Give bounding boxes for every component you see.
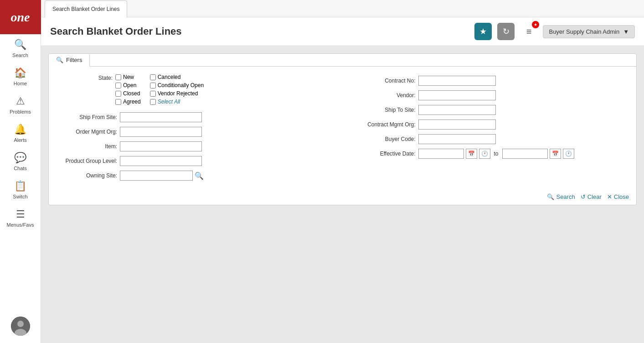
checkbox-canceled-label: Canceled [158, 74, 181, 80]
checkbox-canceled[interactable]: Canceled [150, 74, 204, 80]
close-action-label: Close [614, 193, 629, 200]
refresh-button[interactable]: ↻ [497, 23, 515, 40]
sidebar-item-avatar[interactable] [0, 312, 41, 343]
checkbox-closed-label: Closed [123, 90, 140, 97]
checkbox-col-left: New Open Closed [115, 74, 141, 105]
ship-from-site-label: Ship From Site: [58, 114, 117, 120]
vendor-label: Vendor: [352, 92, 416, 99]
checkbox-select-all-input[interactable] [150, 99, 156, 105]
sidebar-item-problems[interactable]: ⚠ Problems [0, 91, 41, 119]
effective-date-from-time-button[interactable]: 🕐 [479, 149, 490, 159]
warning-icon: ⚠ [16, 95, 25, 107]
filter-icon: 🔍 [56, 57, 63, 63]
checkbox-conditionally-open-input[interactable] [150, 83, 156, 88]
clear-action-link[interactable]: ↺ Clear [581, 193, 602, 200]
sidebar-item-search[interactable]: 🔍 Search [0, 34, 41, 62]
favorite-button[interactable]: ★ [474, 23, 492, 40]
contract-mgmt-org-row: Contract Mgmt Org: [352, 119, 628, 130]
item-input[interactable] [120, 141, 202, 151]
checkbox-new-input[interactable] [115, 74, 121, 80]
ship-to-site-input[interactable] [418, 105, 496, 115]
ship-to-site-label: Ship To Site: [352, 107, 416, 113]
order-mgmt-org-input[interactable] [120, 127, 202, 137]
checkbox-agreed[interactable]: Agreed [115, 99, 141, 105]
buyer-code-input[interactable] [418, 134, 496, 144]
ship-to-site-row: Ship To Site: [352, 104, 628, 116]
filter-tab-filters[interactable]: 🔍 Filters [49, 54, 90, 67]
clear-action-icon: ↺ [581, 193, 586, 200]
contract-no-input[interactable] [418, 76, 496, 86]
item-label: Item: [58, 143, 117, 150]
filter-grid: State: New Open [58, 74, 627, 182]
contract-mgmt-org-input[interactable] [418, 120, 496, 130]
checkbox-new[interactable]: New [115, 74, 141, 80]
checkbox-agreed-input[interactable] [115, 99, 121, 105]
chat-icon: 💬 [14, 152, 26, 164]
buyer-code-label: Buyer Code: [352, 136, 416, 142]
user-name: Buyer Supply Chain Admin [549, 28, 619, 35]
bell-icon: 🔔 [14, 124, 26, 135]
notification-badge: ★ [532, 21, 539, 28]
page-header: Search Blanket Order Lines ★ ↻ ≡ ★ Buyer… [41, 17, 644, 46]
checkbox-conditionally-open[interactable]: Conditionally Open [150, 82, 204, 88]
checkbox-vendor-rejected-label: Vendor Rejected [158, 90, 198, 97]
owning-site-input-group: 🔍 [120, 171, 204, 181]
menu-button[interactable]: ≡ ★ [520, 23, 537, 40]
sidebar-item-home[interactable]: 🏠 Home [0, 62, 41, 91]
effective-date-label: Effective Date: [352, 151, 416, 157]
tab-search-blanket-order-lines[interactable]: Search Blanket Order Lines [45, 0, 127, 17]
sidebar-item-switch[interactable]: 📋 Switch [0, 176, 41, 204]
tab-label: Search Blanket Order Lines [52, 6, 119, 12]
product-group-level-label: Product Group Level: [58, 158, 117, 164]
sidebar-label-switch: Switch [13, 194, 27, 199]
sidebar-item-menus[interactable]: ☰ Menus/Favs [0, 204, 41, 232]
effective-date-to-time-button[interactable]: 🕐 [563, 149, 574, 159]
clear-action-label: Clear [587, 193, 602, 200]
user-dropdown[interactable]: Buyer Supply Chain Admin ▼ [543, 25, 635, 38]
close-action-icon: ✕ [607, 193, 612, 200]
search-icon: 🔍 [14, 39, 26, 51]
search-action-label: Search [556, 193, 575, 200]
checkbox-closed-input[interactable] [115, 91, 121, 97]
checkbox-canceled-input[interactable] [150, 74, 156, 80]
effective-date-from-calendar-button[interactable]: 📅 [466, 149, 477, 159]
owning-site-search-button[interactable]: 🔍 [195, 172, 204, 180]
checkbox-closed[interactable]: Closed [115, 90, 141, 97]
page-title: Search Blanket Order Lines [50, 26, 469, 37]
vendor-input[interactable] [418, 90, 496, 100]
checkbox-vendor-rejected-input[interactable] [150, 91, 156, 97]
home-icon: 🏠 [14, 67, 26, 79]
sidebar-item-alerts[interactable]: 🔔 Alerts [0, 119, 41, 147]
hamburger-icon: ≡ [526, 26, 532, 37]
switch-icon: 📋 [14, 180, 26, 192]
checkbox-col-right: Canceled Conditionally Open Vendor Rejec… [150, 74, 204, 105]
effective-date-to-calendar-button[interactable]: 📅 [550, 149, 561, 159]
sidebar-item-chats[interactable]: 💬 Chats [0, 147, 41, 176]
state-label: State: [58, 74, 113, 81]
app-logo[interactable]: one [0, 0, 41, 34]
svg-point-1 [17, 321, 24, 327]
checkbox-open[interactable]: Open [115, 82, 141, 88]
ship-from-site-row: Ship From Site: [58, 111, 334, 123]
checkbox-open-input[interactable] [115, 83, 121, 88]
search-action-link[interactable]: 🔍 Search [547, 193, 575, 200]
checkbox-vendor-rejected[interactable]: Vendor Rejected [150, 90, 204, 97]
checkbox-open-label: Open [123, 82, 136, 88]
sidebar-label-chats: Chats [14, 166, 27, 171]
product-group-level-input[interactable] [120, 156, 202, 166]
effective-date-to-input[interactable] [502, 149, 548, 159]
filter-footer: 🔍 Search ↺ Clear ✕ Close [49, 189, 636, 205]
select-all-link[interactable]: Select All [158, 99, 180, 105]
close-action-link[interactable]: ✕ Close [607, 193, 629, 200]
sidebar-label-search: Search [12, 52, 28, 58]
main-content: Search Blanket Order Lines Search Blanke… [41, 0, 644, 343]
ship-from-site-input[interactable] [120, 112, 202, 122]
owning-site-input[interactable] [120, 171, 193, 181]
filter-left: State: New Open [58, 74, 334, 182]
filter-body: State: New Open [49, 67, 636, 189]
checkbox-select-all[interactable]: Select All [150, 99, 204, 105]
search-action-icon: 🔍 [547, 193, 554, 200]
effective-date-from-input[interactable] [418, 149, 464, 159]
effective-date-from-group: 📅 🕐 to 📅 🕐 [418, 149, 574, 159]
order-mgmt-org-label: Order Mgmt Org: [58, 129, 117, 135]
